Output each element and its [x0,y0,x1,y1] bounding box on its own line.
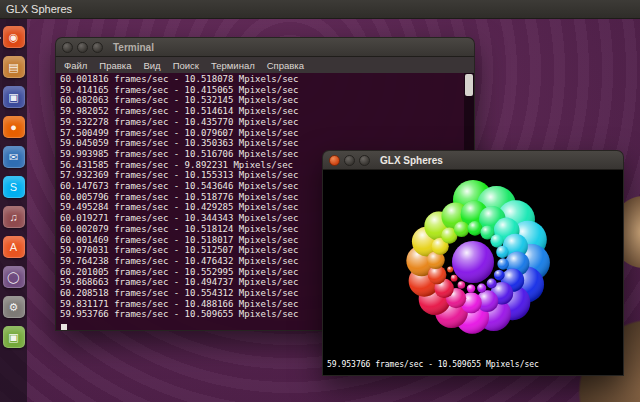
glx-render-area: 59.953766 frames/sec - 10.509655 Mpixels… [322,170,624,376]
menu-item-view[interactable]: Вид [143,60,160,71]
terminal-cursor [61,324,67,331]
software-center-icon: A [10,241,17,253]
terminal-titlebar[interactable]: Terminal [55,37,475,57]
green-app-icon: ▣ [8,331,18,344]
glx-spheres-canvas [323,170,623,374]
menu-item-search[interactable]: Поиск [173,60,199,71]
ubuntu-dash-icon: ◉ [9,31,19,44]
close-button[interactable] [62,42,73,53]
launcher-icon-email[interactable]: ✉ [3,146,25,168]
running-indicator-arrow [0,34,1,42]
launcher-icon-system-settings[interactable]: ⚙ [3,296,25,318]
system-settings-icon: ⚙ [9,301,19,314]
top-panel: GLX Spheres [0,0,640,19]
glx-titlebar[interactable]: GLX Spheres [322,150,624,170]
close-button[interactable] [329,155,340,166]
terminal-menubar: Файл Правка Вид Поиск Терминал Справка [55,57,475,73]
menu-item-edit[interactable]: Правка [99,60,131,71]
launcher-icon-software-center[interactable]: A [3,236,25,258]
firefox-icon: ● [10,121,17,133]
launcher-icon-firefox[interactable]: ● [3,116,25,138]
launcher-icon-files[interactable]: ▤ [3,56,25,78]
launcher-icon-green-app[interactable]: ▣ [3,326,25,348]
maximize-button[interactable] [359,155,370,166]
launcher-icon-ubuntu-dash[interactable]: ◉ [3,26,25,48]
libreoffice-icon: ▣ [8,91,18,104]
glx-status-text: 59.953766 frames/sec - 10.509655 Mpixels… [327,360,539,369]
media-player-icon: ♫ [9,211,17,223]
glx-title: GLX Spheres [380,155,443,166]
files-icon: ▤ [8,61,18,74]
desktop: GLX Spheres ◉▤▣●✉S♫A◯⚙▣ Terminal Файл Пр… [0,0,640,402]
menu-item-help[interactable]: Справка [267,60,304,71]
launcher-icon-libreoffice[interactable]: ▣ [3,86,25,108]
ubuntu-one-icon: ◯ [7,271,19,284]
maximize-button[interactable] [92,42,103,53]
terminal-scrollbar-handle[interactable] [465,74,473,96]
glx-spheres-window: GLX Spheres 59.953766 frames/sec - 10.50… [322,150,624,376]
terminal-title: Terminal [113,42,154,53]
launcher-icon-media-player[interactable]: ♫ [3,206,25,228]
launcher-icon-ubuntu-one[interactable]: ◯ [3,266,25,288]
email-icon: ✉ [9,151,18,164]
launcher-icon-skype[interactable]: S [3,176,25,198]
launcher: ◉▤▣●✉S♫A◯⚙▣ [0,19,27,402]
skype-icon: S [10,181,17,193]
menu-item-terminal[interactable]: Терминал [211,60,255,71]
panel-app-title: GLX Spheres [0,3,72,15]
minimize-button[interactable] [344,155,355,166]
minimize-button[interactable] [77,42,88,53]
menu-item-file[interactable]: Файл [64,60,87,71]
